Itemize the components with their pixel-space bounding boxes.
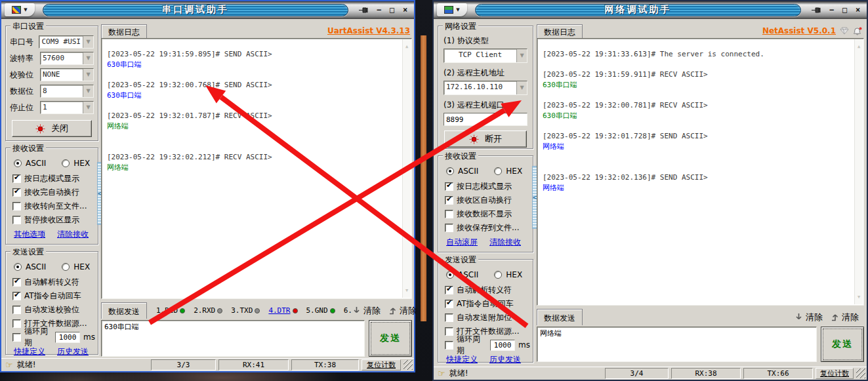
data-log-area[interactable]: [2023-05-22 19:31:33.613]# The server is… xyxy=(537,38,864,306)
chevron-down-icon[interactable]: ▼ xyxy=(516,81,527,94)
scroll-down-icon[interactable]: ▼ xyxy=(858,292,860,302)
gem-icon[interactable] xyxy=(840,27,849,35)
close-port-button[interactable]: 关闭 xyxy=(12,120,92,137)
ascii-radio-label: ASCII xyxy=(458,270,478,279)
title-bar[interactable]: ▼ 网络调试助手 − □ × xyxy=(434,1,867,19)
cycle-send-checkbox[interactable] xyxy=(445,341,453,350)
at-auto-cr-checkbox[interactable] xyxy=(12,292,21,300)
file-data-source-checkbox[interactable] xyxy=(445,327,453,336)
send-history-link[interactable]: 历史发送 xyxy=(57,346,89,357)
group-title: 发送设置 xyxy=(10,247,46,258)
chevron-down-icon[interactable]: ▼ xyxy=(83,69,93,81)
tab-data-log[interactable]: 数据日志 xyxy=(101,24,147,38)
minimize-button[interactable]: − xyxy=(373,5,384,16)
ascii-radio[interactable] xyxy=(446,271,454,279)
chevron-down-icon[interactable]: ▼ xyxy=(83,102,93,113)
disconnect-button[interactable]: 断开 xyxy=(444,130,527,148)
log-mode-checkbox[interactable] xyxy=(12,174,21,183)
clear-receive-button[interactable]: 清除 xyxy=(842,311,859,323)
send-data-input[interactable]: 630串口端 xyxy=(101,320,365,357)
save-to-file-checkbox[interactable] xyxy=(445,224,453,232)
hide-received-checkbox[interactable] xyxy=(445,210,453,218)
notification-bell-icon[interactable] xyxy=(853,27,862,35)
send-data-input[interactable]: 网络端 xyxy=(537,327,817,362)
ascii-radio-label: ASCII xyxy=(458,167,478,176)
chevron-down-icon[interactable]: ▼ xyxy=(83,85,93,97)
hex-radio[interactable] xyxy=(494,271,502,279)
baud-rate-combo[interactable]: 57600 ▼ xyxy=(40,52,94,65)
maximize-button[interactable]: □ xyxy=(386,5,398,16)
scroll-up-icon[interactable]: ▲ xyxy=(858,41,860,52)
system-menu-button[interactable]: ▼ xyxy=(437,3,467,16)
title-bar[interactable]: ▼ 串口调试助手 − □ × xyxy=(1,1,414,19)
chevron-down-icon[interactable]: ▼ xyxy=(83,36,93,48)
auto-checksum-checkbox[interactable] xyxy=(12,306,21,314)
ascii-radio[interactable] xyxy=(446,167,454,175)
cycle-period-input[interactable] xyxy=(490,340,515,351)
chevron-down-icon[interactable]: ▼ xyxy=(83,52,93,64)
log-scrollbar[interactable]: ▲ ▼ xyxy=(854,39,863,304)
clear-receive-link[interactable]: 清除接收 xyxy=(489,237,521,248)
shortcut-define-link[interactable]: 快捷定义 xyxy=(446,354,478,365)
close-button[interactable]: × xyxy=(400,5,411,16)
hex-radio[interactable] xyxy=(62,159,70,167)
auto-wrap-checkbox[interactable] xyxy=(445,196,453,205)
scroll-down-icon[interactable]: ▼ xyxy=(405,285,408,296)
cycle-label: 循环周期 xyxy=(457,334,487,356)
send-button[interactable]: 发送 xyxy=(369,320,412,357)
chevron-down-icon[interactable]: ▼ xyxy=(516,49,527,62)
parity-combo[interactable]: NONE ▼ xyxy=(40,68,94,81)
escape-parse-checkbox[interactable] xyxy=(445,286,453,294)
auto-linefeed-checkbox[interactable] xyxy=(12,188,21,197)
hex-radio[interactable] xyxy=(494,167,502,175)
shortcut-define-link[interactable]: 快捷定义 xyxy=(14,346,45,357)
remote-port-input[interactable] xyxy=(444,113,527,126)
reset-count-button[interactable]: 复位计数 xyxy=(362,359,401,371)
com-port-combo[interactable]: COM9 #USI ▼ xyxy=(39,35,94,49)
resize-grip[interactable] xyxy=(403,360,413,370)
resize-grip[interactable] xyxy=(856,369,865,378)
data-bits-combo[interactable]: 8 ▼ xyxy=(40,85,94,98)
log-mode-checkbox[interactable] xyxy=(445,182,453,191)
stop-bits-combo[interactable]: 1 ▼ xyxy=(40,101,94,114)
clear-receive-link[interactable]: 清除接收 xyxy=(57,229,89,240)
redirect-to-file-checkbox[interactable] xyxy=(12,202,21,211)
minimize-button[interactable]: − xyxy=(826,5,837,16)
cycle-period-input[interactable] xyxy=(55,332,80,343)
auto-append-checkbox[interactable] xyxy=(445,313,453,322)
reset-count-button[interactable]: 复位计数 xyxy=(816,368,854,379)
netassist-version-link[interactable]: NetAssist V5.0.1 xyxy=(762,26,836,35)
tab-data-send[interactable]: 数据发送 xyxy=(537,309,583,325)
clear-send-button[interactable]: 清除 xyxy=(806,311,823,323)
clear-receive-button[interactable]: 清除 xyxy=(400,305,417,317)
system-menu-button[interactable]: ▼ xyxy=(5,3,35,16)
send-history-link[interactable]: 历史发送 xyxy=(489,354,521,365)
pin-icon[interactable] xyxy=(356,6,369,14)
tab-data-send[interactable]: 数据发送 xyxy=(101,302,147,319)
send-button[interactable]: 发送 xyxy=(821,327,864,362)
tab-data-log[interactable]: 数据日志 xyxy=(537,24,583,38)
log-scrollbar[interactable]: ▲ ▼ xyxy=(402,39,411,298)
pin-txd: 3.TXD xyxy=(231,306,260,315)
remote-host-combo[interactable]: 172.16.10.110 ▼ xyxy=(444,81,527,95)
pin-dtr[interactable]: 4.DTR xyxy=(268,306,297,315)
at-auto-cr-checkbox[interactable] xyxy=(445,300,453,308)
pin-icon[interactable] xyxy=(809,6,822,14)
file-data-source-checkbox[interactable] xyxy=(12,319,21,328)
ascii-radio[interactable] xyxy=(14,263,22,271)
maximize-button[interactable]: □ xyxy=(839,5,850,16)
protocol-type-combo[interactable]: TCP Client ▼ xyxy=(444,49,527,63)
pause-display-checkbox[interactable] xyxy=(12,216,21,224)
hex-radio[interactable] xyxy=(62,263,70,271)
ascii-radio[interactable] xyxy=(14,159,22,167)
more-options-link[interactable]: 其他选项 xyxy=(14,229,45,240)
close-button[interactable]: × xyxy=(852,5,863,16)
uartassist-version-link[interactable]: UartAssist V4.3.13 xyxy=(327,26,410,35)
clear-send-button[interactable]: 清除 xyxy=(363,305,381,317)
log-timestamp: [2023-05-22 19:32:01.787]# RECV ASCII> xyxy=(107,111,397,121)
escape-parse-checkbox[interactable] xyxy=(12,278,21,287)
scroll-up-icon[interactable]: ▲ xyxy=(405,41,408,52)
data-log-area[interactable]: [2023-05-22 19:31:59.895]# SEND ASCII> 6… xyxy=(101,38,412,299)
cycle-send-checkbox[interactable] xyxy=(12,333,21,342)
auto-scroll-link[interactable]: 自动滚屏 xyxy=(446,237,478,248)
